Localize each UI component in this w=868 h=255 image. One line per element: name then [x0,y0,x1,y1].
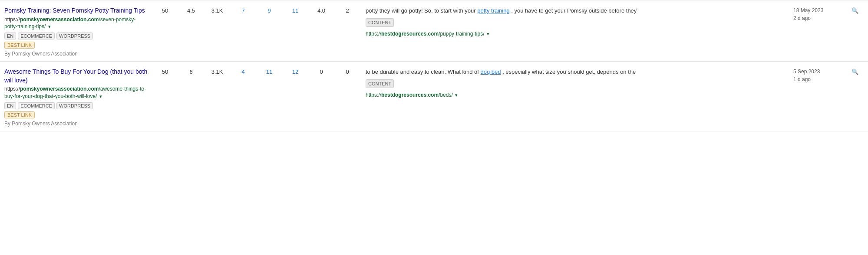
tags-row: ENECOMMERCEWORDPRESS [4,102,148,109]
tag-badge: EN [4,33,16,39]
url-line: https://pomskyownersassociation.com/awes… [4,85,148,100]
snippet-url[interactable]: https://bestdogresources.com/puppy-train… [366,31,484,37]
url-line: https://pomskyownersassociation.com/seve… [4,16,148,31]
tag-badge: ECOMMERCE [18,33,55,39]
date-value: 5 Sep 2023 [793,68,843,75]
table-row: Awesome Things To Buy For Your Dog (that… [0,62,868,131]
col-score2: 2 [334,7,360,14]
search-icon[interactable]: 🔍 [846,7,864,14]
date-column: 18 May 20232 d ago [790,7,846,22]
tags-row: ENECOMMERCEWORDPRESS [4,33,148,39]
snippet-link[interactable]: dog bed [481,69,501,75]
search-icon[interactable]: 🔍 [846,68,864,75]
date-ago: 1 d ago [793,75,843,83]
col-difficulty: 6 [178,68,204,75]
snippet-url-line: https://bestdogresources.com/beds/ ▾ [366,91,785,99]
snippet-url-dropdown[interactable]: ▾ [487,31,489,36]
content-badge: CONTENT [366,18,394,27]
author-line: By Pomsky Owners Association [4,121,148,127]
col-traffic: 3.1K [204,7,230,14]
snippet-column: to be durable and easy to clean. What ki… [360,68,790,99]
result-title-link[interactable]: Pomsky Training: Seven Pomsky Potty Trai… [4,7,148,15]
content-badge: CONTENT [366,79,394,88]
snippet-column: potty they will go potty! So, to start w… [360,7,790,38]
col-score2: 0 [334,68,360,75]
tag-badge: ECOMMERCE [18,102,55,109]
col-traffic: 3.1K [204,68,230,75]
snippet-url[interactable]: https://bestdogresources.com/beds/ [366,92,453,98]
col-domains: 12 [282,68,308,75]
author-line: By Pomsky Owners Association [4,51,148,57]
table-row: Pomsky Training: Seven Pomsky Potty Trai… [0,0,868,62]
snippet-link[interactable]: potty training [477,7,509,14]
snippet-url-dropdown[interactable]: ▾ [455,92,458,98]
tag-badge: WORDPRESS [56,33,93,39]
content-badge-wrapper: CONTENT [366,17,785,29]
col-links: 7 [230,7,256,14]
best-link-badge: BEST LINK [4,42,35,49]
result-title-link[interactable]: Awesome Things To Buy For Your Dog (that… [4,68,148,85]
results-table: Pomsky Training: Seven Pomsky Potty Trai… [0,0,868,131]
col-score1: 0 [308,68,334,75]
col-difficulty: 4.5 [178,7,204,14]
best-link-badge: BEST LINK [4,111,35,118]
snippet-url-line: https://bestdogresources.com/puppy-train… [366,29,785,38]
col-internal: 11 [256,68,282,75]
date-ago: 2 d ago [793,14,843,22]
col-volume: 50 [152,68,178,75]
col-internal: 9 [256,7,282,14]
col-score1: 4.0 [308,7,334,14]
tag-badge: WORDPRESS [56,102,93,109]
date-value: 18 May 2023 [793,7,843,14]
tag-badge: EN [4,102,16,109]
snippet-text: potty they will go potty! So, to start w… [366,7,785,15]
col-domains: 11 [282,7,308,14]
content-badge-wrapper: CONTENT [366,78,785,90]
col-links: 4 [230,68,256,75]
date-column: 5 Sep 20231 d ago [790,68,846,83]
snippet-text: to be durable and easy to clean. What ki… [366,68,785,76]
title-column: Pomsky Training: Seven Pomsky Potty Trai… [4,7,152,57]
col-volume: 50 [152,7,178,14]
title-column: Awesome Things To Buy For Your Dog (that… [4,68,152,127]
